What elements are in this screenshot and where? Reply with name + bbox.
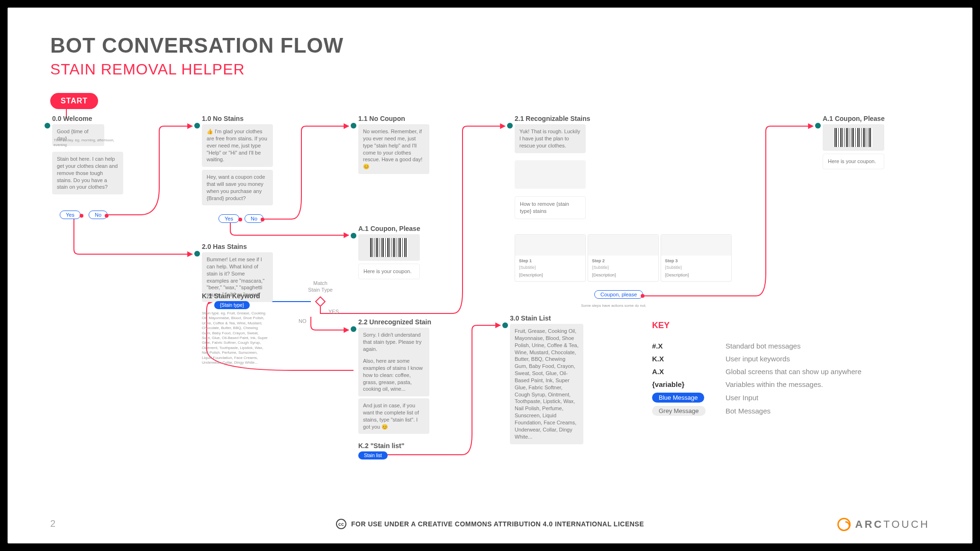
title-main: BOT CONVERSATION FLOW [50, 34, 344, 57]
note-k1: Stain type. eg. Fruit, Grease, Cooking O… [202, 311, 268, 365]
choice-00-yes[interactable]: Yes [60, 211, 81, 219]
key-row-blue: Blue MessageUser Input [652, 393, 862, 402]
label-30: 3.0 Stain List [510, 314, 551, 322]
title-sub: STAIN REMOVAL HELPER [50, 61, 245, 78]
key-row-a: A.XGlobal screens that can show up anywh… [652, 367, 862, 376]
brand-logo-icon [837, 518, 851, 531]
key-row-k: K.XUser input keywords [652, 355, 862, 363]
node-dot-10 [194, 123, 200, 129]
pink-dot-10-no [261, 218, 264, 221]
label-11: 1.1 No Coupon [358, 115, 405, 122]
node-dot-a1 [351, 233, 356, 239]
brand-text-2: TOUCH [883, 518, 930, 530]
pink-dot-coupon [641, 294, 644, 298]
step-card-2: Step 2 {Subtitle} {Description} [588, 234, 659, 282]
pink-dot-00-no [105, 214, 109, 218]
msg-22-3: And just in case, if you want the comple… [358, 398, 429, 434]
msg-10-2: Hey, want a coupon code that will save y… [202, 170, 273, 205]
brand: ARCTOUCH [837, 518, 930, 531]
msg-11: No worries. Remember, if you ever need m… [358, 124, 429, 174]
step-card-3: Step 3 {Subtitle} {Description} [661, 234, 732, 282]
license-text: FOR USE UNDER A CREATIVE COMMONS ATTRIBU… [351, 520, 644, 528]
pink-dot-00-yes [80, 214, 83, 218]
node-dot-a1b [815, 123, 821, 129]
label-k1: K.1 Stain Keyword [202, 292, 260, 300]
msg-00-2: Stain bot here. I can help get your clot… [52, 152, 123, 194]
label-a1b: A.1 Coupon, Please [823, 115, 885, 122]
choice-10-yes[interactable]: Yes [218, 214, 239, 223]
msg-21-2: How to remove {stain type} stains [515, 196, 586, 219]
match-label: Match Stain Type [300, 280, 341, 294]
node-dot-21 [507, 123, 513, 129]
step-card-1: Step 1 {Subtitle} {Description} [515, 234, 586, 282]
msg-22-1: Sorry. I didn't understand that stain ty… [358, 328, 429, 357]
msg-10-1: 👍 I'm glad your clothes are free from st… [202, 124, 273, 167]
node-dot-30 [502, 322, 508, 328]
msg-a1: Here is your coupon. [358, 264, 420, 279]
pink-dot-10-yes [238, 218, 242, 221]
cc-icon: cc [336, 519, 346, 529]
msg-21-img [515, 160, 586, 189]
label-00: 0.0 Welcome [52, 115, 92, 122]
brand-text-1: ARC [855, 518, 884, 530]
key-title: KEY [652, 321, 862, 331]
match-no: NO [299, 318, 307, 324]
key-row-std: #.XStandard bot messages [652, 342, 862, 350]
msg-22-2: Also, here are some examples of stains I… [358, 354, 429, 396]
match-yes: YES [328, 308, 339, 315]
diamond-icon [315, 296, 326, 307]
label-a1: A.1 Coupon, Please [358, 225, 420, 232]
msg-a1b: Here is your coupon. [823, 154, 884, 169]
note-21: Some steps have actions some do not. [581, 303, 646, 308]
barcode-a1 [358, 234, 420, 261]
msg-21-1: Yuk! That is rough. Luckily I have just … [515, 124, 586, 153]
footer-license: cc FOR USE UNDER A CREATIVE COMMONS ATTR… [336, 519, 644, 529]
node-dot-20 [194, 251, 200, 257]
msg-30: Fruit, Grease, Cooking Oil, Mayonnaise, … [510, 324, 583, 444]
node-dot-00 [45, 123, 50, 129]
note-00: Time of day. eg. morning, afternoon, eve… [54, 138, 120, 148]
label-21: 2.1 Recognizable Stains [515, 115, 590, 122]
connectors [8, 8, 972, 543]
label-10: 1.0 No Stains [202, 115, 244, 122]
barcode-a1b [823, 124, 884, 151]
slide: BOT CONVERSATION FLOW STAIN REMOVAL HELP… [8, 8, 972, 543]
blue-dot-k1 [245, 303, 248, 307]
node-dot-11 [351, 123, 356, 129]
key-row-var: {variable}Variables within the messages. [652, 380, 862, 388]
choice-coupon-please[interactable]: Coupon, please [594, 290, 643, 299]
label-22: 2.2 Unrecognized Stain [358, 318, 431, 326]
label-20: 2.0 Has Stains [202, 243, 247, 250]
start-pill: START [50, 93, 98, 109]
node-dot-22 [351, 326, 356, 332]
blue-dot-k2 [383, 453, 387, 457]
key-box: KEY #.XStandard bot messages K.XUser inp… [652, 321, 862, 420]
label-k2: K.2 "Stain list" [358, 442, 404, 450]
page-number: 2 [50, 518, 55, 529]
key-row-grey: Grey MessageBot Messages [652, 406, 862, 415]
